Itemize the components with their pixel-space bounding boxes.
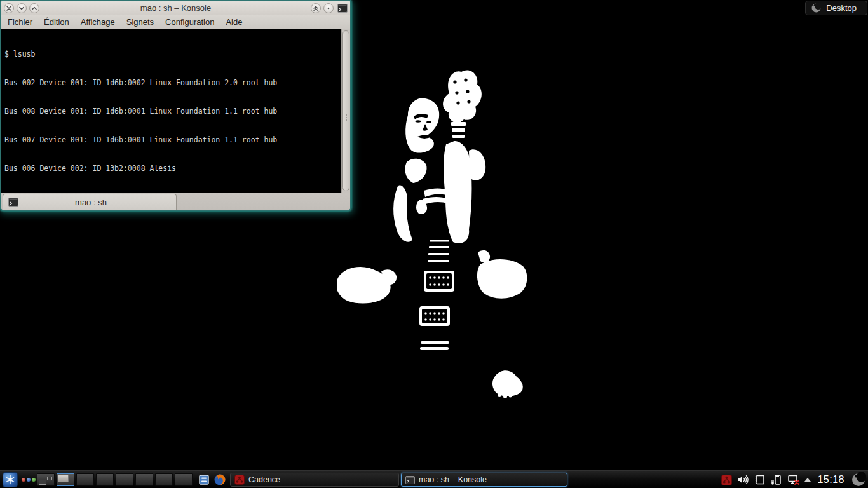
maximize-button[interactable] [29,3,39,13]
pager-desktop-7[interactable] [155,473,173,486]
menu-edition[interactable]: Édition [44,17,69,27]
konsole-app-icon [337,4,348,13]
terminal-line: Bus 002 Device 001: ID 1d6b:0002 Linux F… [4,78,341,88]
pager-desktop-3[interactable] [76,473,94,486]
cadence-icon [234,475,245,485]
terminal-line: Bus 006 Device 002: ID 13b2:0008 Alesis [4,164,341,173]
menubar: Fichier Édition Affichage Signets Config… [1,15,350,29]
cadence-tray-icon[interactable] [721,475,732,485]
firefox-icon[interactable] [214,473,226,486]
terminal-line: $ lsusb [4,50,341,59]
on-all-desktops-button[interactable] [323,3,334,13]
pager-desktop-1[interactable] [37,473,55,486]
wallpaper-image [337,67,527,407]
volume-icon[interactable] [736,474,749,485]
pager-desktop-5[interactable] [116,473,133,486]
desktop-pager [37,473,193,486]
quick-launch-dots [22,471,36,488]
pager-desktop-6[interactable] [135,473,153,486]
pager-desktop-4[interactable] [96,473,114,486]
window-titlebar[interactable]: mao : sh – Konsole [1,1,350,15]
terminal-tab-icon [8,198,18,207]
close-button[interactable] [4,3,14,13]
desktop: Desktop mao : sh – Konsole [0,0,868,488]
tab-bar: mao : sh [1,193,350,210]
task-label: mao : sh – Konsole [419,475,487,484]
task-label: Cadence [248,475,280,484]
drawer-icon[interactable] [198,474,210,485]
kde-launcher-icon [5,475,15,485]
plasma-cashew-icon [811,3,822,13]
menu-signets[interactable]: Signets [126,17,154,27]
app-launcher-button[interactable] [3,472,18,487]
keep-above-button[interactable] [311,3,321,13]
tab-label: mao : sh [18,198,176,207]
pager-desktop-2[interactable] [57,473,74,486]
terminal-area: $ lsusb Bus 002 Device 001: ID 1d6b:0002… [1,29,350,193]
terminal-line: Bus 008 Device 001: ID 1d6b:0001 Linux F… [4,107,341,116]
terminal-line: Bus 007 Device 001: ID 1d6b:0001 Linux F… [4,135,341,145]
scrollbar-grip [346,114,347,121]
terminal-viewport[interactable]: $ lsusb Bus 002 Device 001: ID 1d6b:0002… [1,29,341,193]
menu-affichage[interactable]: Affichage [81,17,115,27]
red-dot-icon[interactable] [22,478,25,482]
menu-fichier[interactable]: Fichier [8,17,32,27]
blue-dot-icon[interactable] [27,478,31,482]
task-button-cadence[interactable]: Cadence [230,473,399,487]
klipper-icon[interactable] [754,474,766,485]
task-button-konsole[interactable]: mao : sh – Konsole [401,473,567,487]
panel-clock[interactable]: 15:18 [815,474,846,485]
taskbar-panel: Cadence mao : sh – Konsole [0,470,868,488]
pager-desktop-8[interactable] [175,473,193,486]
tray-expander-arrow[interactable] [804,478,811,482]
desktop-toolbox[interactable]: Desktop [805,1,867,15]
panel-cashew-icon[interactable] [851,472,866,487]
terminal-scrollbar[interactable] [341,29,350,193]
device-notifier-icon[interactable] [770,474,782,485]
system-tray: 15:18 [721,471,868,488]
tab-mao-sh[interactable]: mao : sh [3,194,177,210]
konsole-task-icon [405,476,415,484]
desktop-toolbox-label: Desktop [826,3,857,13]
scrollbar-thumb[interactable] [342,30,349,191]
minimize-button[interactable] [17,3,27,13]
menu-aide[interactable]: Aide [226,17,242,27]
network-disconnected-icon[interactable] [787,474,800,485]
window-title: mao : sh – Konsole [1,3,350,13]
menu-configuration[interactable]: Configuration [165,17,214,27]
green-dot-icon[interactable] [32,478,36,482]
konsole-window: mao : sh – Konsole Fichier Édition Affic… [0,0,351,211]
